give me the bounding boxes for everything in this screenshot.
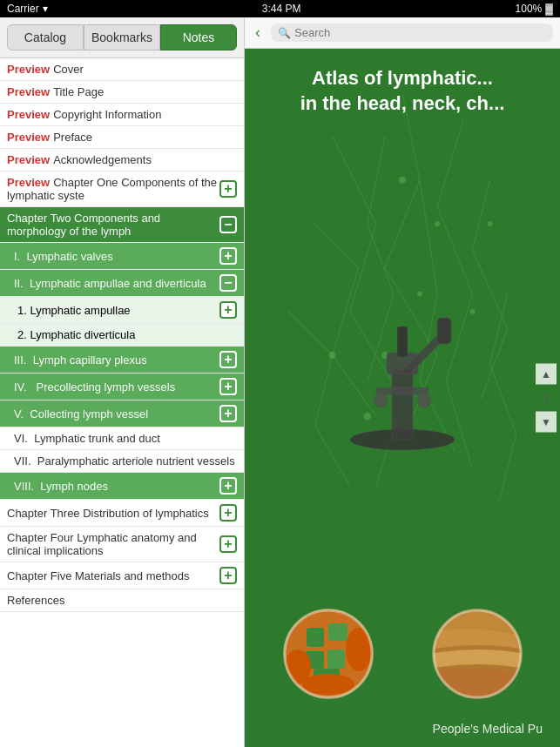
carrier-label: Carrier: [7, 3, 39, 15]
toc-chapter-one[interactable]: PreviewChapter One Components of the lym…: [0, 172, 244, 207]
expand-section-viii-btn[interactable]: +: [219, 477, 237, 495]
toc-acknowledgements[interactable]: PreviewAcknowledgements: [0, 149, 244, 172]
toc-section-ii[interactable]: II. Lymphatic ampullae and diverticula −: [0, 270, 244, 297]
expand-section-iv-btn[interactable]: +: [219, 378, 237, 395]
tab-bar: Catalog Bookmarks Notes: [0, 17, 244, 58]
svg-rect-13: [437, 318, 451, 344]
svg-rect-12: [397, 326, 408, 357]
toc-references[interactable]: References: [0, 589, 244, 612]
toc-section-i[interactable]: I. Lymphatic valves +: [0, 243, 244, 270]
toc-section-vi[interactable]: VI. Lymphatic trunk and duct: [0, 427, 244, 450]
search-input[interactable]: [294, 26, 546, 39]
toc-section-v[interactable]: V. Collecting lymph vessel +: [0, 400, 244, 427]
expand-section-v-btn[interactable]: +: [219, 405, 237, 422]
battery-label: 100%: [516, 3, 543, 15]
svg-point-25: [302, 674, 354, 695]
main-container: Catalog Bookmarks Notes PreviewCover Pre…: [0, 17, 560, 747]
toc-section-iii[interactable]: III. Lymph capillary plexus +: [0, 347, 244, 374]
expand-section-i-btn[interactable]: +: [219, 247, 237, 265]
right-header: ‹ 🔍: [245, 17, 560, 49]
toc-chapter-four[interactable]: Chapter Four Lymphatic anatomy and clini…: [0, 527, 244, 562]
status-left: Carrier ▾: [7, 3, 48, 15]
expand-chapter-three-btn[interactable]: +: [219, 504, 237, 522]
expand-chapter-five-btn[interactable]: +: [219, 567, 237, 584]
toc-chapter-three[interactable]: Chapter Three Distribution of lymphatics…: [0, 500, 244, 527]
toc-chapter-five[interactable]: Chapter Five Materials and methods +: [0, 562, 244, 589]
toc-section-viii[interactable]: VIII. Lymph nodes +: [0, 473, 244, 500]
svg-point-15: [374, 394, 388, 407]
toc-preface[interactable]: PreviewPreface: [0, 126, 244, 149]
expand-chapter-four-btn[interactable]: +: [219, 535, 237, 553]
microscope-svg: [315, 266, 489, 457]
toc-title-page[interactable]: PreviewTitle Page: [0, 81, 244, 104]
publisher-text: People's Medical Pu: [253, 717, 551, 740]
expand-section-iii-btn[interactable]: +: [219, 351, 237, 368]
toc-sub-section-2[interactable]: 2. Lymphatic diverticula: [0, 324, 244, 347]
svg-rect-23: [327, 649, 345, 669]
left-panel: Catalog Bookmarks Notes PreviewCover Pre…: [0, 17, 245, 747]
microscope-area: [245, 124, 560, 597]
toc-section-vii[interactable]: VII. Paralymphatic arteriole nutrient ve…: [0, 450, 244, 473]
toc-chapter-two[interactable]: Chapter Two Components and morphology of…: [0, 207, 244, 243]
svg-rect-14: [376, 387, 428, 394]
inset-right: [429, 606, 525, 705]
tab-catalog[interactable]: Catalog: [7, 24, 84, 50]
svg-rect-10: [392, 370, 413, 440]
toc-list: PreviewCover PreviewTitle Page PreviewCo…: [0, 58, 244, 747]
toc-cover[interactable]: PreviewCover: [0, 58, 244, 81]
svg-rect-20: [307, 628, 324, 647]
collapse-chapter-two-btn[interactable]: −: [219, 216, 237, 233]
search-icon: 🔍: [278, 27, 291, 39]
battery-icon: ▓: [545, 3, 553, 15]
collapse-section-ii-btn[interactable]: −: [219, 274, 237, 292]
book-title-area: Atlas of lymphatic... in the head, neck,…: [245, 49, 560, 124]
right-panel: ‹ 🔍: [245, 17, 560, 747]
bottom-insets: [245, 597, 560, 714]
expand-sub-1-btn[interactable]: +: [219, 301, 237, 319]
tab-bookmarks[interactable]: Bookmarks: [84, 24, 160, 50]
svg-point-16: [417, 394, 431, 407]
toc-section-iv[interactable]: IV. Precollecting lymph vessels +: [0, 374, 244, 400]
expand-chapter-one-btn[interactable]: +: [219, 180, 237, 198]
status-time: 3:44 PM: [262, 3, 301, 15]
toc-sub-section-1[interactable]: 1. Lymphatic ampullae +: [0, 297, 244, 324]
toc-copyright[interactable]: PreviewCopyright Information: [0, 104, 244, 126]
search-bar[interactable]: 🔍: [271, 24, 553, 42]
status-bar: Carrier ▾ 3:44 PM 100% ▓: [0, 0, 560, 17]
wifi-icon: ▾: [43, 3, 48, 15]
publisher-area: People's Medical Pu: [245, 714, 560, 747]
inset-left: [280, 606, 376, 705]
tab-notes[interactable]: Notes: [160, 24, 237, 50]
svg-point-26: [285, 649, 311, 684]
status-right: 100% ▓: [516, 3, 553, 15]
svg-rect-21: [328, 623, 347, 641]
book-title: Atlas of lymphatic... in the head, neck,…: [245, 49, 560, 124]
back-button[interactable]: ‹: [252, 24, 264, 42]
book-cover: Atlas of lymphatic... in the head, neck,…: [245, 49, 560, 747]
